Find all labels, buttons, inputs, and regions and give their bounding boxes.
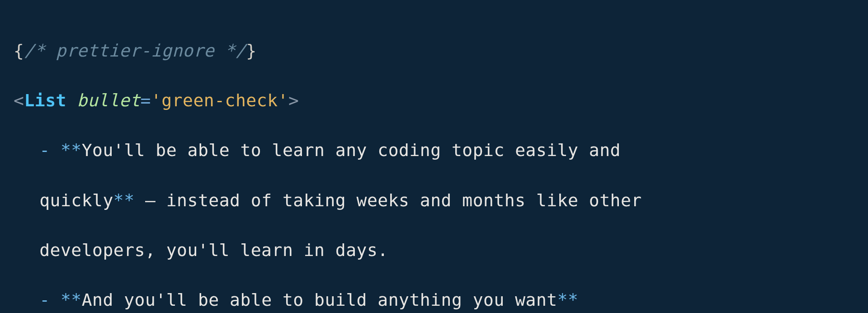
code-line-6: - **And you'll be able to build anything…: [14, 288, 854, 313]
angle-bracket: >: [288, 90, 299, 110]
equals-sign: =: [141, 90, 151, 110]
jsx-attribute: bullet: [77, 90, 140, 110]
code-line-3: - **You'll be able to learn any coding t…: [14, 138, 854, 163]
bold-text: quickly: [39, 190, 113, 210]
comment-text: /* prettier-ignore */: [24, 41, 246, 61]
list-dash: -: [39, 290, 61, 310]
string-value: 'green-check': [151, 90, 288, 110]
brace-open: {: [14, 41, 24, 61]
bold-marker: **: [61, 290, 82, 310]
bold-text: You'll be able to learn any coding topic…: [82, 140, 621, 160]
bold-text: And you'll be able to build anything you…: [82, 290, 557, 310]
space: [66, 90, 77, 110]
list-dash: -: [39, 140, 61, 160]
code-line-4: quickly** — instead of taking weeks and …: [14, 188, 854, 213]
angle-bracket: <: [14, 90, 24, 110]
brace-close: }: [246, 41, 256, 61]
text-content: — instead of taking weeks and months lik…: [135, 190, 642, 210]
code-line-1: {/* prettier-ignore */}: [14, 38, 854, 63]
bold-marker: **: [61, 140, 82, 160]
bold-marker: **: [557, 290, 579, 310]
code-line-5: developers, you'll learn in days.: [14, 238, 854, 263]
jsx-tag: List: [24, 90, 66, 110]
code-line-2: <List bullet='green-check'>: [14, 88, 854, 113]
text-content: developers, you'll learn in days.: [39, 240, 388, 260]
code-editor-content: {/* prettier-ignore */} <List bullet='gr…: [14, 14, 854, 313]
bold-marker: **: [113, 190, 135, 210]
